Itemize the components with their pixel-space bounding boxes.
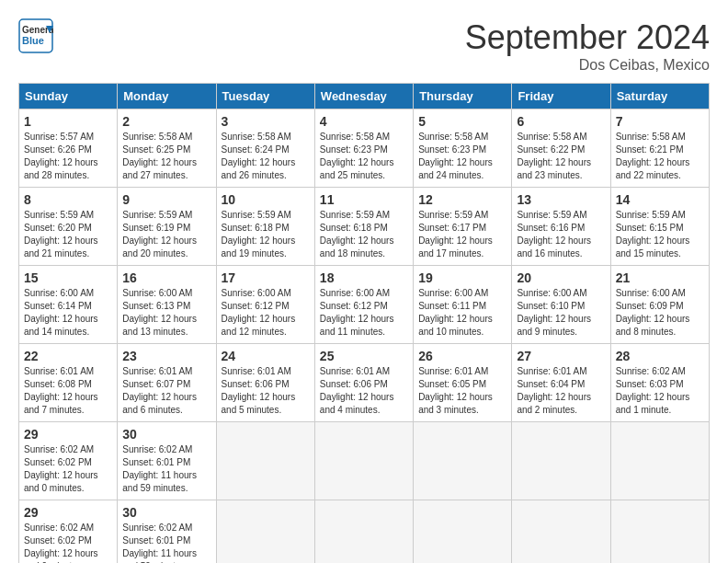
table-row: 5Sunrise: 5:58 AM Sunset: 6:23 PM Daylig…	[414, 109, 512, 188]
day-info: Sunrise: 6:02 AM Sunset: 6:02 PM Dayligh…	[24, 522, 112, 563]
logo: General Blue	[18, 18, 55, 53]
page-header: General Blue September 2024 Dos Ceibas, …	[18, 18, 710, 74]
day-number: 27	[517, 349, 605, 363]
day-info: Sunrise: 6:02 AM Sunset: 6:01 PM Dayligh…	[122, 522, 210, 563]
table-row: 23Sunrise: 6:01 AM Sunset: 6:07 PM Dayli…	[118, 344, 216, 422]
day-number: 1	[24, 114, 112, 129]
day-number: 14	[616, 192, 704, 207]
day-info: Sunrise: 6:01 AM Sunset: 6:06 PM Dayligh…	[222, 365, 310, 417]
day-number: 29	[24, 427, 112, 442]
day-number: 13	[517, 192, 605, 207]
day-info: Sunrise: 5:59 AM Sunset: 6:15 PM Dayligh…	[616, 209, 704, 260]
table-row: 19Sunrise: 6:00 AM Sunset: 6:11 PM Dayli…	[414, 266, 512, 344]
day-number: 6	[517, 114, 605, 129]
table-row	[314, 500, 413, 564]
day-info: Sunrise: 6:01 AM Sunset: 6:05 PM Dayligh…	[418, 365, 506, 417]
day-number: 4	[320, 114, 408, 129]
day-number: 22	[24, 349, 112, 363]
table-row: 4Sunrise: 5:58 AM Sunset: 6:23 PM Daylig…	[314, 109, 413, 188]
table-row: 1Sunrise: 5:57 AM Sunset: 6:26 PM Daylig…	[19, 109, 118, 188]
day-number: 26	[418, 349, 506, 363]
day-number: 9	[122, 192, 210, 207]
day-number: 5	[418, 114, 506, 129]
table-row: 7Sunrise: 5:58 AM Sunset: 6:21 PM Daylig…	[610, 109, 709, 188]
day-number: 2	[122, 114, 210, 129]
table-row: 18Sunrise: 6:00 AM Sunset: 6:12 PM Dayli…	[314, 266, 413, 344]
table-row: 17Sunrise: 6:00 AM Sunset: 6:12 PM Dayli…	[216, 266, 314, 344]
day-info: Sunrise: 5:59 AM Sunset: 6:17 PM Dayligh…	[418, 209, 506, 260]
day-info: Sunrise: 5:58 AM Sunset: 6:25 PM Dayligh…	[122, 131, 210, 182]
table-row: 25Sunrise: 6:01 AM Sunset: 6:06 PM Dayli…	[314, 344, 413, 422]
day-info: Sunrise: 6:01 AM Sunset: 6:08 PM Dayligh…	[24, 365, 112, 417]
day-info: Sunrise: 6:00 AM Sunset: 6:10 PM Dayligh…	[517, 287, 605, 339]
table-row: 6Sunrise: 5:58 AM Sunset: 6:22 PM Daylig…	[512, 109, 610, 188]
table-row: 3Sunrise: 5:58 AM Sunset: 6:24 PM Daylig…	[216, 109, 314, 188]
day-info: Sunrise: 6:00 AM Sunset: 6:11 PM Dayligh…	[418, 287, 506, 339]
day-number: 21	[616, 270, 704, 285]
day-number: 15	[24, 270, 112, 285]
table-row: 29Sunrise: 6:02 AM Sunset: 6:02 PM Dayli…	[19, 422, 118, 500]
day-info: Sunrise: 6:01 AM Sunset: 6:07 PM Dayligh…	[122, 365, 210, 417]
day-number: 19	[418, 270, 506, 285]
table-row: 27Sunrise: 6:01 AM Sunset: 6:04 PM Dayli…	[512, 344, 610, 422]
table-row	[414, 422, 512, 500]
title-block: September 2024 Dos Ceibas, Mexico	[465, 18, 710, 74]
table-row	[314, 422, 413, 500]
logo-icon: General Blue	[18, 18, 53, 53]
day-info: Sunrise: 6:02 AM Sunset: 6:03 PM Dayligh…	[616, 365, 704, 417]
table-row	[216, 500, 314, 564]
table-row	[610, 500, 709, 564]
table-row	[414, 500, 512, 564]
table-row: 15Sunrise: 6:00 AM Sunset: 6:14 PM Dayli…	[19, 266, 118, 344]
day-number: 11	[320, 192, 408, 207]
day-info: Sunrise: 6:00 AM Sunset: 6:09 PM Dayligh…	[616, 287, 704, 339]
col-header-monday: Monday	[118, 84, 216, 109]
calendar-week-4: 22Sunrise: 6:01 AM Sunset: 6:08 PM Dayli…	[19, 344, 710, 422]
day-info: Sunrise: 5:59 AM Sunset: 6:20 PM Dayligh…	[24, 209, 112, 260]
table-row	[216, 422, 314, 500]
col-header-thursday: Thursday	[414, 84, 512, 109]
col-header-saturday: Saturday	[610, 84, 709, 109]
day-number: 16	[122, 270, 210, 285]
table-row: 2Sunrise: 5:58 AM Sunset: 6:25 PM Daylig…	[118, 109, 216, 188]
table-row: 14Sunrise: 5:59 AM Sunset: 6:15 PM Dayli…	[610, 188, 709, 266]
day-number: 18	[320, 270, 408, 285]
table-row: 11Sunrise: 5:59 AM Sunset: 6:18 PM Dayli…	[314, 188, 413, 266]
table-row: 21Sunrise: 6:00 AM Sunset: 6:09 PM Dayli…	[610, 266, 709, 344]
day-info: Sunrise: 5:59 AM Sunset: 6:19 PM Dayligh…	[122, 209, 210, 260]
day-info: Sunrise: 6:00 AM Sunset: 6:13 PM Dayligh…	[122, 287, 210, 339]
calendar-table: SundayMondayTuesdayWednesdayThursdayFrid…	[18, 83, 710, 563]
table-row	[610, 422, 709, 500]
calendar-week-3: 15Sunrise: 6:00 AM Sunset: 6:14 PM Dayli…	[19, 266, 710, 344]
day-number: 25	[320, 349, 408, 363]
table-row: 16Sunrise: 6:00 AM Sunset: 6:13 PM Dayli…	[118, 266, 216, 344]
calendar-week-6: 29Sunrise: 6:02 AM Sunset: 6:02 PM Dayli…	[19, 500, 710, 564]
day-info: Sunrise: 5:58 AM Sunset: 6:23 PM Dayligh…	[320, 131, 408, 182]
day-info: Sunrise: 5:59 AM Sunset: 6:16 PM Dayligh…	[517, 209, 605, 260]
day-info: Sunrise: 5:58 AM Sunset: 6:22 PM Dayligh…	[517, 131, 605, 182]
day-number: 7	[616, 114, 704, 129]
day-number: 30	[122, 505, 210, 520]
day-info: Sunrise: 5:59 AM Sunset: 6:18 PM Dayligh…	[320, 209, 408, 260]
day-info: Sunrise: 5:57 AM Sunset: 6:26 PM Dayligh…	[24, 131, 112, 182]
calendar-week-5: 29Sunrise: 6:02 AM Sunset: 6:02 PM Dayli…	[19, 422, 710, 500]
day-info: Sunrise: 6:02 AM Sunset: 6:02 PM Dayligh…	[24, 443, 112, 495]
calendar-week-2: 8Sunrise: 5:59 AM Sunset: 6:20 PM Daylig…	[19, 188, 710, 266]
svg-text:Blue: Blue	[22, 35, 44, 46]
col-header-tuesday: Tuesday	[216, 84, 314, 109]
calendar-week-1: 1Sunrise: 5:57 AM Sunset: 6:26 PM Daylig…	[19, 109, 710, 188]
table-row: 29Sunrise: 6:02 AM Sunset: 6:02 PM Dayli…	[19, 500, 118, 564]
table-row: 22Sunrise: 6:01 AM Sunset: 6:08 PM Dayli…	[19, 344, 118, 422]
col-header-sunday: Sunday	[19, 84, 118, 109]
day-number: 24	[222, 349, 310, 363]
day-info: Sunrise: 6:01 AM Sunset: 6:06 PM Dayligh…	[320, 365, 408, 417]
col-header-friday: Friday	[512, 84, 610, 109]
table-row: 9Sunrise: 5:59 AM Sunset: 6:19 PM Daylig…	[118, 188, 216, 266]
table-row: 28Sunrise: 6:02 AM Sunset: 6:03 PM Dayli…	[610, 344, 709, 422]
day-number: 12	[418, 192, 506, 207]
table-row: 12Sunrise: 5:59 AM Sunset: 6:17 PM Dayli…	[414, 188, 512, 266]
table-row	[512, 500, 610, 564]
day-info: Sunrise: 6:01 AM Sunset: 6:04 PM Dayligh…	[517, 365, 605, 417]
day-info: Sunrise: 5:59 AM Sunset: 6:18 PM Dayligh…	[222, 209, 310, 260]
day-number: 10	[222, 192, 310, 207]
